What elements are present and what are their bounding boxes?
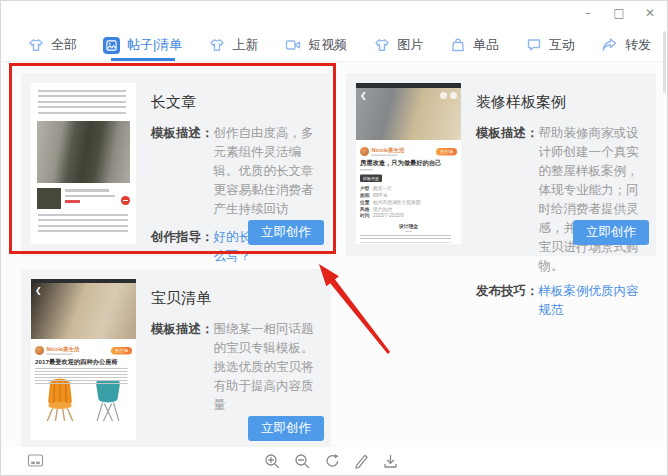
card-body: 装修样板案例 模板描述： 帮助装修商家或设计师创建一个真实的整屋样板案例，体现专… [461, 83, 649, 245]
picture-icon [373, 37, 390, 54]
tab-label: 帖子|清单 [127, 36, 182, 54]
tab-label: 图片 [397, 36, 423, 54]
shopping-bag-icon [449, 37, 466, 54]
guide-label: 创作指导： [151, 228, 214, 266]
product-card-row [37, 188, 130, 209]
username: Nicole茶生活 [372, 147, 405, 153]
tshirt-icon [27, 37, 44, 54]
edit-icon[interactable] [353, 453, 370, 470]
tab-interaction[interactable]: 互动 [525, 29, 575, 61]
desc-text: 帮助装修商家或设计师创建一个真实的整屋样板案例，体现专业能力；同时给消费者提供灵… [539, 124, 650, 276]
tab-single-item[interactable]: 单品 [449, 29, 499, 61]
avatar [35, 346, 44, 355]
share-arrow-icon [601, 37, 618, 54]
tab-forward[interactable]: 转发 [601, 29, 651, 61]
action-circles [440, 92, 457, 99]
follow-button: 关注TA [436, 148, 457, 156]
text-placeholder-lines [38, 214, 128, 236]
street-fashion-photo [37, 121, 130, 183]
tab-label: 短视频 [308, 36, 347, 54]
tab-new-arrival[interactable]: 上新 [208, 29, 258, 61]
card-title: 宝贝清单 [151, 289, 324, 308]
app-window: – □ ✕ 全部 帖子|清单 上新 短视频 [0, 0, 668, 476]
info-tag: 样板信息 [360, 175, 382, 183]
tab-picture[interactable]: 图片 [373, 29, 423, 61]
product-thumbnail [37, 188, 61, 209]
author-row: Nicole茶生活 关注TA [35, 346, 132, 355]
tshirt-icon [208, 37, 225, 54]
tab-short-video[interactable]: 短视频 [284, 29, 347, 61]
post-meta-placeholder [47, 354, 73, 356]
image-card-icon [103, 37, 120, 54]
chat-bubble-icon [525, 37, 542, 54]
title-bar: – □ ✕ [1, 1, 667, 29]
tab-label: 全部 [51, 36, 77, 54]
post-title: 房屋改造，只为做最好的自己 [360, 160, 457, 167]
follow-button: 关注TA [111, 347, 132, 355]
text-placeholder-lines [360, 234, 451, 242]
post-title: 2017最受欢迎的四种办公座椅 [35, 359, 132, 366]
post-meta-placeholder [360, 169, 373, 171]
desc-label: 模板描述： [151, 320, 214, 415]
buy-badge-icon [121, 196, 130, 205]
content-type-tabbar: 全部 帖子|清单 上新 短视频 图片 [1, 29, 667, 61]
create-now-button[interactable]: 立即创作 [248, 416, 324, 441]
price-placeholder [65, 200, 80, 203]
product-text-placeholder [65, 188, 117, 203]
text-placeholder-lines [38, 90, 126, 116]
create-now-button[interactable]: 立即创作 [573, 220, 649, 245]
desc-label: 模板描述： [476, 124, 539, 276]
window-controls: – □ ✕ [579, 4, 659, 22]
card-title: 长文章 [151, 93, 324, 112]
item-list-preview: ❮ Nicole茶生活 关注TA 2017最受欢迎的四种办公座椅 [31, 279, 136, 440]
author-row: Nicole茶生活 关注TA [360, 147, 457, 156]
living-room-photo: ❮ [356, 88, 461, 140]
scrollbar-thumb[interactable] [663, 31, 666, 93]
card-body: 长文章 模板描述： 创作自由度高，多元素组件灵活编辑。优质的长文章更容易黏住消费… [136, 83, 324, 245]
decor-showcase-preview: ❮ Nicole茶生活 关注TA 房屋改造，只为做最好的自己 样板信息 户型两室… [356, 83, 461, 244]
card-title: 装修样板案例 [476, 93, 649, 112]
create-now-button[interactable]: 立即创作 [248, 220, 324, 245]
template-card-item-list: ❮ Nicole茶生活 关注TA 2017最受欢迎的四种办公座椅 [21, 269, 331, 452]
tips-link[interactable]: 样板案例优质内容规范 [539, 282, 650, 320]
video-icon [284, 37, 301, 54]
save-view-icon[interactable] [27, 453, 44, 470]
tab-label: 转发 [625, 36, 651, 54]
tab-label: 互动 [549, 36, 575, 54]
post-meta-placeholder [372, 155, 398, 157]
refresh-icon[interactable] [324, 453, 341, 470]
back-chevron-icon: ❮ [35, 287, 42, 295]
close-button[interactable]: ✕ [641, 4, 659, 22]
tab-label: 上新 [232, 36, 258, 54]
card-body: 宝贝清单 模板描述： 围绕某一相同话题的宝贝专辑模板。挑选优质的宝贝将有助于提高… [136, 279, 324, 441]
template-card-long-article: 长文章 模板描述： 创作自由度高，多元素组件灵活编辑。优质的长文章更容易黏住消费… [21, 73, 331, 256]
chairs-photo: ❮ [31, 283, 136, 339]
tab-label: 单品 [473, 36, 499, 54]
tab-all[interactable]: 全部 [27, 29, 77, 61]
zoom-out-icon[interactable] [294, 453, 311, 470]
desc-label: 模板描述： [151, 124, 214, 219]
maximize-button[interactable]: □ [610, 4, 628, 22]
tips-label: 发布技巧： [476, 282, 539, 320]
section-header: 设计理念 [356, 223, 461, 232]
zoom-in-icon[interactable] [264, 453, 281, 470]
download-icon[interactable] [382, 453, 399, 470]
template-card-decor-showcase: ❮ Nicole茶生活 关注TA 房屋改造，只为做最好的自己 样板信息 户型两室… [346, 73, 656, 256]
tab-posts-list[interactable]: 帖子|清单 [103, 29, 182, 61]
avatar [360, 147, 369, 156]
desc-text: 创作自由度高，多元素组件灵活编辑。优质的长文章更容易黏住消费者产生持续回访 [214, 124, 325, 219]
back-chevron-icon: ❮ [360, 92, 367, 100]
text-placeholder-lines [35, 368, 128, 384]
house-info-rows: 户型两室一厅 面积89平米 位置杭州市西湖区文苑家园 风格现代简约 时间2015… [360, 185, 457, 219]
minimize-button[interactable]: – [579, 4, 597, 22]
desc-text: 围绕某一相同话题的宝贝专辑模板。挑选优质的宝贝将有助于提高内容质量 [214, 320, 325, 415]
long-article-preview [31, 83, 136, 244]
username: Nicole茶生活 [47, 346, 80, 352]
bottom-toolbar [1, 447, 667, 475]
